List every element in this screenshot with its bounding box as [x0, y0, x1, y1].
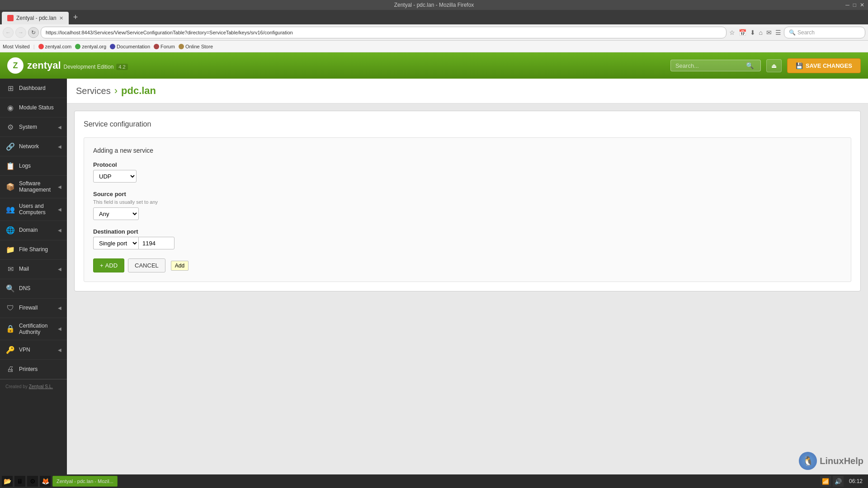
users-arrow-icon: ◀ [58, 207, 61, 212]
main-layout: ⊞ Dashboard ◉ Module Status ⚙ System ◀ 🔗… [0, 79, 868, 488]
sidebar-item-cert[interactable]: 🔒 Certification Authority ◀ [0, 318, 67, 341]
taskbar-firefox-window[interactable]: Zentyal - pdc.lan - Mozil... [52, 476, 118, 487]
printers-icon: 🖨 [5, 364, 15, 374]
panel-title: Service configuration [84, 120, 851, 128]
mail-nav-icon[interactable]: ✉ [765, 28, 773, 37]
bookmark-zentyal-com[interactable]: zentyal.com [38, 44, 72, 49]
bookmark-zentyal-com-label: zentyal.com [45, 44, 72, 49]
home-icon[interactable]: ⌂ [758, 28, 764, 37]
sidebar-label-network: Network [19, 143, 54, 150]
watermark: 🐧 LinuxHelp [799, 452, 863, 470]
bookmark-forum[interactable]: Forum [154, 44, 175, 49]
sidebar-item-mail[interactable]: ✉ Mail ◀ [0, 260, 67, 279]
new-tab-btn[interactable]: + [70, 13, 82, 22]
taskbar-network-status[interactable]: 📶 [820, 476, 831, 487]
sidebar-item-domain[interactable]: 🌐 Domain ◀ [0, 221, 67, 240]
browser-search-bar[interactable]: 🔍 Search [784, 27, 865, 38]
taskbar-settings[interactable]: ⚙ [27, 476, 38, 487]
dest-port-label: Destination port [93, 228, 842, 235]
filesharing-icon: 📁 [5, 245, 15, 255]
sidebar-item-dns[interactable]: 🔍 DNS [0, 279, 67, 299]
save-changes-button[interactable]: 💾 SAVE CHANGES [787, 58, 861, 73]
dashboard-icon: ⊞ [5, 83, 15, 93]
logo-version: 4.2 [116, 64, 127, 70]
cancel-button[interactable]: CANCEL [128, 258, 165, 272]
back-btn[interactable]: ← [3, 27, 14, 38]
page-content: Service configuration Adding a new servi… [67, 103, 868, 299]
bookmark-store[interactable]: Online Store [179, 44, 213, 49]
taskbar: 📂 🖥 ⚙ 🦊 Zentyal - pdc.lan - Mozil... 📶 🔊… [0, 474, 868, 488]
sidebar-item-dashboard[interactable]: ⊞ Dashboard [0, 79, 67, 98]
sidebar-label-logs: Logs [19, 163, 61, 169]
system-arrow-icon: ◀ [58, 125, 61, 130]
history-icon[interactable]: 📅 [738, 28, 747, 37]
download-icon[interactable]: ⬇ [749, 28, 756, 37]
minimize-btn[interactable]: ─ [845, 2, 849, 8]
address-bar[interactable]: https://localhost:8443/Services/View/Ser… [41, 27, 726, 38]
breadcrumb: Services › pdc.lan [67, 79, 868, 103]
header-search-input[interactable] [675, 62, 743, 69]
bookmarks-label[interactable]: Most Visited [3, 44, 30, 49]
app-header: Z zentyal Development Edition 4.2 🔍 ⏏ 💾 … [0, 52, 868, 79]
bookmark-zentyal-org-label: zentyal.org [82, 44, 106, 49]
add-label: ADD [105, 262, 118, 269]
firewall-icon: 🛡 [5, 303, 15, 313]
sidebar-item-system[interactable]: ⚙ System ◀ [0, 117, 67, 137]
footer-link[interactable]: Zentyal S.L. [29, 384, 53, 389]
breadcrumb-parent[interactable]: Services [76, 86, 111, 96]
sidebar-item-network[interactable]: 🔗 Network ◀ [0, 137, 67, 156]
logo-edition: Development Edition [64, 64, 114, 70]
adding-label: Adding a new service [93, 147, 842, 154]
users-icon: 👥 [5, 204, 15, 214]
bookmark-icon[interactable]: ☆ [728, 28, 736, 37]
dest-port-input[interactable] [138, 237, 175, 249]
sidebar: ⊞ Dashboard ◉ Module Status ⚙ System ◀ 🔗… [0, 79, 67, 488]
sidebar-label-filesharing: File Sharing [19, 246, 61, 253]
header-logout-btn[interactable]: ⏏ [766, 59, 782, 72]
browser-tabs: Zentyal - pdc.lan ✕ + [0, 10, 868, 24]
network-icon: 🔗 [5, 141, 15, 151]
maximize-btn[interactable]: □ [853, 2, 856, 8]
close-btn[interactable]: ✕ [860, 2, 864, 8]
content-area: Services › pdc.lan Service configuration… [67, 79, 868, 488]
dest-port-type-select[interactable]: Single port Port range Any [93, 237, 138, 249]
sidebar-item-printers[interactable]: 🖨 Printers [0, 360, 67, 379]
module-status-icon: ◉ [5, 103, 15, 113]
add-button[interactable]: + ADD [93, 258, 124, 272]
address-text: https://localhost:8443/Services/View/Ser… [46, 30, 293, 35]
domain-arrow-icon: ◀ [58, 228, 61, 233]
taskbar-firefox[interactable]: 🦊 [40, 476, 51, 487]
sidebar-label-printers: Printers [19, 366, 61, 372]
active-tab[interactable]: Zentyal - pdc.lan ✕ [2, 12, 69, 24]
sidebar-item-software[interactable]: 📦 Software Management ◀ [0, 176, 67, 198]
sidebar-item-vpn[interactable]: 🔑 VPN ◀ [0, 340, 67, 360]
sidebar-item-module-status[interactable]: ◉ Module Status [0, 98, 67, 117]
sidebar-item-logs[interactable]: 📋 Logs [0, 156, 67, 176]
taskbar-terminal[interactable]: 🖥 [14, 476, 25, 487]
bookmark-docs-icon [110, 44, 115, 49]
sidebar-item-filesharing[interactable]: 📁 File Sharing [0, 240, 67, 260]
bookmark-docs[interactable]: Documentation [110, 44, 150, 49]
reload-btn[interactable]: ↻ [28, 27, 39, 38]
header-search-icon[interactable]: 🔍 [746, 62, 754, 69]
menu-icon[interactable]: ☰ [774, 28, 782, 37]
sidebar-item-users[interactable]: 👥 Users and Computers ◀ [0, 198, 67, 221]
network-arrow-icon: ◀ [58, 144, 61, 149]
bookmark-zentyal-org[interactable]: zentyal.org [75, 44, 106, 49]
header-search[interactable]: 🔍 [670, 60, 761, 71]
forward-btn[interactable]: → [15, 27, 26, 38]
cancel-label: CANCEL [135, 262, 159, 269]
taskbar-sound[interactable]: 🔊 [833, 476, 844, 487]
logo-info: zentyal Development Edition 4.2 [27, 60, 128, 71]
sidebar-label-mail: Mail [19, 266, 54, 272]
sidebar-footer: Created by Zentyal S.L. [0, 379, 67, 394]
bookmark-store-icon [179, 44, 184, 49]
taskbar-file-manager[interactable]: 📂 [2, 476, 13, 487]
system-icon: ⚙ [5, 122, 15, 132]
tab-close-btn[interactable]: ✕ [59, 15, 63, 21]
source-port-select[interactable]: Any Single port Port range [93, 207, 139, 220]
protocol-select[interactable]: UDP TCP TCP/UDP GRE ESP ICMP Any [93, 170, 137, 183]
logo-icon: Z [7, 57, 24, 74]
save-changes-label: SAVE CHANGES [806, 62, 852, 69]
sidebar-item-firewall[interactable]: 🛡 Firewall ◀ [0, 299, 67, 318]
